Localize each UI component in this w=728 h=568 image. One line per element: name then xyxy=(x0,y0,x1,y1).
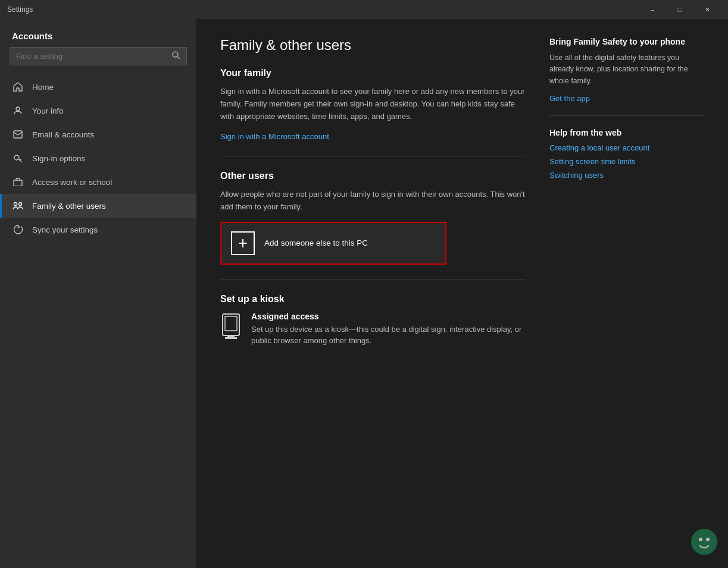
bring-safety-desc: Use all of the digital safety features y… xyxy=(549,52,704,87)
right-divider xyxy=(549,115,704,116)
other-users-title: Other users xyxy=(220,171,526,181)
maximize-button[interactable]: □ xyxy=(666,0,693,19)
search-icon xyxy=(172,51,180,61)
sidebar-item-home-label: Home xyxy=(32,83,54,92)
svg-rect-5 xyxy=(14,180,22,186)
right-panel: Bring Family Safety to your phone Use al… xyxy=(549,37,704,550)
add-user-button[interactable]: Add someone else to this PC xyxy=(220,222,446,265)
family-icon xyxy=(12,200,24,212)
sidebar-item-sync-label: Sync your settings xyxy=(32,225,98,234)
sidebar-item-email[interactable]: Email & accounts xyxy=(0,123,196,146)
add-user-label: Add someone else to this PC xyxy=(264,239,368,247)
svg-point-14 xyxy=(691,529,717,555)
close-button[interactable]: ✕ xyxy=(693,0,721,19)
svg-rect-11 xyxy=(225,316,237,331)
svg-rect-13 xyxy=(225,337,237,339)
sign-in-microsoft-link[interactable]: Sign in with a Microsoft account xyxy=(220,132,329,141)
sidebar-item-family[interactable]: Family & other users xyxy=(0,194,196,218)
content-main: Family & other users Your family Sign in… xyxy=(220,37,526,550)
kiosk-title: Set up a kiosk xyxy=(220,294,526,305)
content-area: Family & other users Your family Sign in… xyxy=(196,19,728,568)
email-icon xyxy=(12,128,24,140)
watermark xyxy=(690,528,718,558)
assigned-title: Assigned access xyxy=(251,312,526,321)
titlebar: Settings – □ ✕ xyxy=(0,0,728,19)
kiosk-section: Set up a kiosk Assigned access Set up th… xyxy=(220,294,526,347)
sidebar-item-your-info-label: Your info xyxy=(32,106,64,115)
divider-2 xyxy=(220,279,526,280)
search-input[interactable] xyxy=(16,52,172,61)
svg-point-7 xyxy=(19,203,22,206)
add-icon xyxy=(231,231,255,255)
page-title: Family & other users xyxy=(220,37,526,54)
sidebar-item-your-info[interactable]: Your info xyxy=(0,99,196,123)
search-box xyxy=(10,47,187,65)
svg-point-6 xyxy=(14,203,17,206)
minimize-button[interactable]: – xyxy=(639,0,666,19)
kiosk-icon xyxy=(220,313,242,341)
help-web-title: Help from the web xyxy=(549,128,704,137)
svg-point-0 xyxy=(173,52,178,57)
titlebar-controls: – □ ✕ xyxy=(639,0,721,19)
app-container: Accounts Home xyxy=(0,19,728,568)
person-icon xyxy=(12,105,24,117)
other-users-section: Other users Allow people who are not par… xyxy=(220,171,526,265)
other-users-desc: Allow people who are not part of your fa… xyxy=(220,189,526,214)
your-family-desc: Sign in with a Microsoft account to see … xyxy=(220,86,526,123)
sidebar-item-work[interactable]: Access work or school xyxy=(0,170,196,194)
sidebar-item-family-label: Family & other users xyxy=(32,202,106,211)
your-family-section: Your family Sign in with a Microsoft acc… xyxy=(220,68,526,142)
svg-rect-3 xyxy=(14,131,22,138)
home-icon xyxy=(12,81,24,93)
svg-line-1 xyxy=(177,57,180,59)
svg-rect-12 xyxy=(227,335,235,337)
your-family-title: Your family xyxy=(220,68,526,79)
svg-point-2 xyxy=(16,107,20,111)
svg-point-15 xyxy=(699,538,702,541)
help-link-3[interactable]: Switching users xyxy=(549,171,704,180)
help-web-section: Help from the web Creating a local user … xyxy=(549,128,704,180)
sidebar-item-signin-label: Sign-in options xyxy=(32,154,85,163)
sidebar-section-label: Accounts xyxy=(0,19,196,47)
assigned-access: Assigned access Set up this device as a … xyxy=(220,312,526,347)
key-icon xyxy=(12,152,24,164)
titlebar-title: Settings xyxy=(7,5,639,14)
bring-safety-section: Bring Family Safety to your phone Use al… xyxy=(549,37,704,103)
sidebar-item-sync[interactable]: Sync your settings xyxy=(0,218,196,241)
svg-point-16 xyxy=(706,538,710,541)
sidebar: Accounts Home xyxy=(0,19,196,568)
assigned-desc: Set up this device as a kiosk—this could… xyxy=(251,324,526,347)
assigned-access-text: Assigned access Set up this device as a … xyxy=(251,312,526,347)
sidebar-item-home[interactable]: Home xyxy=(0,75,196,99)
sidebar-item-signin[interactable]: Sign-in options xyxy=(0,146,196,170)
sidebar-item-work-label: Access work or school xyxy=(32,178,112,187)
briefcase-icon xyxy=(12,176,24,188)
get-app-link[interactable]: Get the app xyxy=(549,94,590,103)
divider-1 xyxy=(220,156,526,156)
bring-safety-title: Bring Family Safety to your phone xyxy=(549,37,704,46)
watermark-icon xyxy=(690,528,718,556)
help-links: Creating a local user account Setting sc… xyxy=(549,143,704,180)
help-link-2[interactable]: Setting screen time limits xyxy=(549,157,704,166)
sync-icon xyxy=(12,224,24,236)
help-link-1[interactable]: Creating a local user account xyxy=(549,143,704,152)
sidebar-item-email-label: Email & accounts xyxy=(32,130,94,139)
svg-point-4 xyxy=(14,155,19,160)
